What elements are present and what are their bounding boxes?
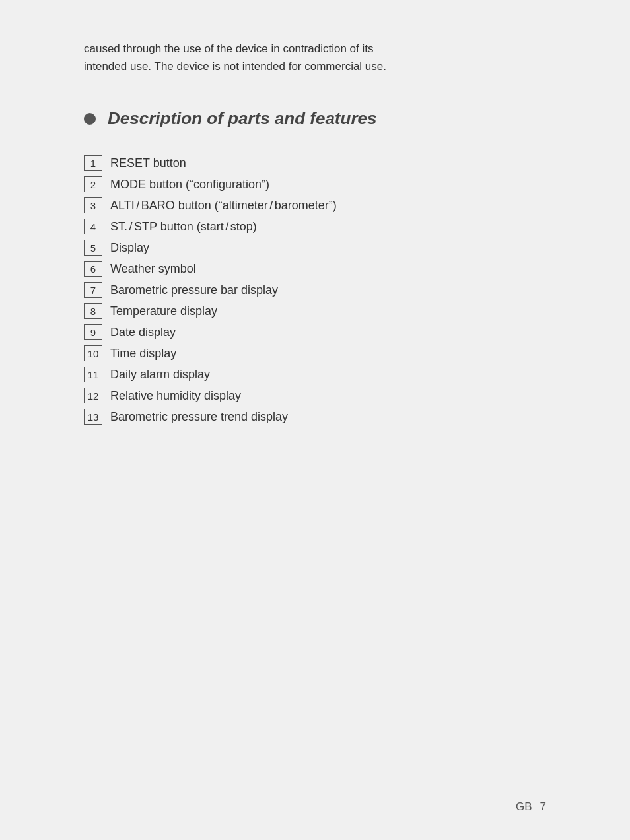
item-number-6: 6 [84,261,102,277]
item-label-10: Time display [110,347,176,361]
intro-line1: caused through the use of the device in … [84,42,374,55]
list-item: 1RESET button [84,155,546,171]
list-item: 8Temperature display [84,303,546,319]
list-item: 12Relative humidity display [84,388,546,403]
list-item: 6Weather symbol [84,261,546,277]
section-title: Description of parts and features [108,108,376,129]
footer: GB 7 [516,800,546,814]
item-number-13: 13 [84,409,102,425]
item-number-7: 7 [84,282,102,298]
list-item: 4ST. / STP button (start / stop) [84,219,546,234]
item-number-3: 3 [84,197,102,213]
item-number-5: 5 [84,240,102,256]
list-item: 3ALTI / BARO button (“altimeter / barome… [84,197,546,213]
item-label-8: Temperature display [110,304,217,318]
list-item: 11Daily alarm display [84,367,546,382]
item-number-9: 9 [84,324,102,340]
item-label-4: ST. / STP button (start / stop) [110,220,257,234]
item-number-8: 8 [84,303,102,319]
item-label-7: Barometric pressure bar display [110,283,278,297]
bullet-dot-icon [84,113,96,125]
intro-line2: intended use. The device is not intended… [84,60,386,73]
item-label-5: Display [110,241,149,255]
item-label-3: ALTI / BARO button (“altimeter / baromet… [110,199,337,213]
item-number-10: 10 [84,345,102,361]
list-item: 5Display [84,240,546,256]
list-item: 13Barometric pressure trend display [84,409,546,425]
item-number-2: 2 [84,176,102,192]
item-label-9: Date display [110,326,176,339]
item-label-6: Weather symbol [110,262,196,276]
item-number-11: 11 [84,367,102,382]
section-header: Description of parts and features [84,108,546,129]
item-label-13: Barometric pressure trend display [110,410,288,424]
item-label-11: Daily alarm display [110,368,210,382]
list-item: 2MODE button (“configuration”) [84,176,546,192]
item-label-2: MODE button (“configuration”) [110,178,269,192]
page-number: 7 [540,800,546,814]
item-number-4: 4 [84,219,102,234]
country-code: GB [516,800,532,814]
item-number-12: 12 [84,388,102,403]
list-item: 10Time display [84,345,546,361]
page: caused through the use of the device in … [31,0,599,840]
item-number-1: 1 [84,155,102,171]
item-label-12: Relative humidity display [110,389,241,403]
list-item: 7Barometric pressure bar display [84,282,546,298]
intro-text: caused through the use of the device in … [84,40,546,75]
parts-list: 1RESET button2MODE button (“configuratio… [84,155,546,425]
item-label-1: RESET button [110,157,186,170]
list-item: 9Date display [84,324,546,340]
